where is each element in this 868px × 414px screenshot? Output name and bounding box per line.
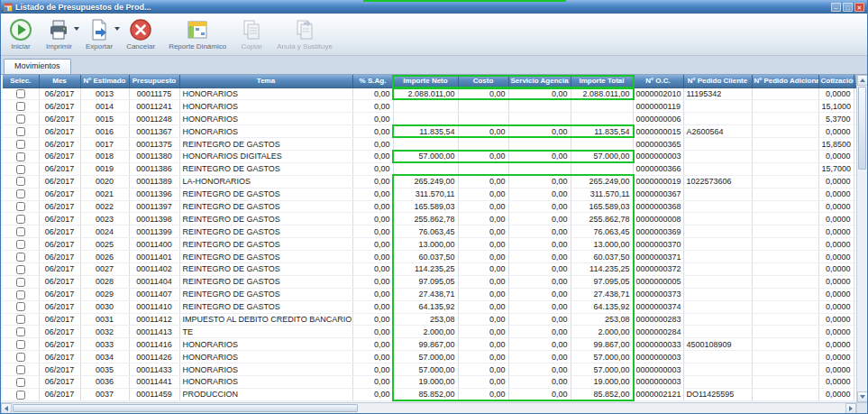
table-row[interactable]: 06/2017001800011380HONORARIOS DIGITALES0… <box>3 150 858 162</box>
table-row[interactable]: 06/2017001400011241HONORARIOS0,000000000… <box>3 100 858 113</box>
select-cell[interactable] <box>3 238 39 251</box>
table-row[interactable]: 06/2017003600011441HONORARIOS0,0019.000,… <box>3 375 858 388</box>
row-checkbox[interactable] <box>16 140 25 149</box>
col-header-importe-total[interactable]: Importe Total <box>571 75 633 87</box>
horizontal-scroll-thumb[interactable] <box>13 404 358 412</box>
select-cell[interactable] <box>3 338 39 351</box>
select-cell[interactable] <box>3 188 39 200</box>
select-cell[interactable] <box>3 213 39 225</box>
table-row[interactable]: 06/2017002600011401REINTEGRO DE GASTOS0,… <box>3 251 858 263</box>
table-row[interactable]: 06/2017001900011386REINTEGRO DE GASTOS0,… <box>3 162 858 175</box>
col-header-pedido-cliente[interactable]: Nº Pedido Cliente <box>683 75 752 87</box>
col-header-presupuesto[interactable]: Presupuesto <box>129 75 179 87</box>
select-cell[interactable] <box>3 162 39 175</box>
table-row[interactable]: 06/2017002700011402REINTEGRO DE GASTOS0,… <box>3 262 858 275</box>
minimize-button[interactable]: – <box>831 3 841 12</box>
close-button[interactable]: ✕ <box>854 3 864 12</box>
select-cell[interactable] <box>3 326 39 338</box>
col-header-oc[interactable]: Nº O.C. <box>633 75 683 87</box>
row-checkbox[interactable] <box>16 302 25 311</box>
table-row[interactable]: 06/2017002900011407REINTEGRO DE GASTOS0,… <box>3 288 858 300</box>
col-header-mes[interactable]: Mes <box>39 75 80 87</box>
dropdown-arrow-icon[interactable] <box>74 27 79 31</box>
col-header-sag[interactable]: % S.Ag. <box>352 75 393 87</box>
row-checkbox[interactable] <box>16 102 25 111</box>
col-header-selec[interactable]: Selec. <box>3 75 39 87</box>
row-checkbox[interactable] <box>16 278 25 287</box>
row-checkbox[interactable] <box>16 177 25 186</box>
table-row[interactable]: 06/2017002100011396REINTEGRO DE GASTOS0,… <box>3 188 858 200</box>
table-row[interactable]: 06/2017003300011416HONORARIOS0,0099.867,… <box>3 338 858 351</box>
select-cell[interactable] <box>3 125 39 138</box>
table-row[interactable]: 06/2017002200011397REINTEGRO DE GASTOS0,… <box>3 200 858 213</box>
scroll-up-button[interactable] <box>857 75 867 86</box>
row-checkbox[interactable] <box>16 353 25 362</box>
select-cell[interactable] <box>3 275 39 288</box>
exportar-button[interactable]: Exportar <box>82 16 116 51</box>
row-checkbox[interactable] <box>16 327 25 336</box>
row-checkbox[interactable] <box>16 315 25 324</box>
col-header-tema[interactable]: Tema <box>179 75 352 87</box>
iniciar-button[interactable]: Iniciar <box>5 16 36 51</box>
select-cell[interactable] <box>3 138 39 151</box>
select-cell[interactable] <box>3 363 39 376</box>
col-header-estimado[interactable]: Nº Estimado <box>80 75 129 87</box>
table-row[interactable]: 06/2017003400011426HONORARIOS0,0057.000,… <box>3 351 858 363</box>
select-cell[interactable] <box>3 288 39 300</box>
table-row[interactable]: 06/2017003500011433HONORARIOS0,0057.000,… <box>3 363 858 376</box>
dropdown-arrow-icon[interactable] <box>114 27 120 31</box>
scroll-right-button[interactable] <box>845 403 856 413</box>
vertical-scroll-thumb[interactable] <box>858 87 866 170</box>
copiar-button[interactable]: Copiar <box>236 16 267 51</box>
row-checkbox[interactable] <box>16 165 25 174</box>
select-cell[interactable] <box>3 225 39 238</box>
table-row[interactable]: 06/2017001600011367HONORARIOS0,0011.835,… <box>3 125 858 138</box>
col-header-servicio-agencia[interactable]: Servicio Agencia <box>508 75 571 87</box>
row-checkbox[interactable] <box>16 290 25 299</box>
select-cell[interactable] <box>3 262 39 275</box>
col-header-pedido-adicional[interactable]: Nº Pedido Adicional <box>752 75 818 87</box>
select-cell[interactable] <box>3 300 39 313</box>
row-checkbox[interactable] <box>16 265 25 274</box>
col-header-importe-neto[interactable]: Importe Neto <box>393 75 458 87</box>
select-cell[interactable] <box>3 200 39 213</box>
row-checkbox[interactable] <box>16 227 25 236</box>
table-row[interactable]: 06/2017003200011413TE0,002.000,000,000,0… <box>3 326 858 338</box>
row-checkbox[interactable] <box>16 215 25 224</box>
table-row[interactable]: 06/2017002300011398REINTEGRO DE GASTOS0,… <box>3 213 858 225</box>
select-cell[interactable] <box>3 175 39 188</box>
row-checkbox[interactable] <box>16 202 25 211</box>
table-row[interactable]: 06/2017001300011175HONORARIOS0,002.088.0… <box>3 87 858 100</box>
select-cell[interactable] <box>3 375 39 388</box>
select-cell[interactable] <box>3 150 39 162</box>
row-checkbox[interactable] <box>16 189 25 198</box>
table-row[interactable]: 06/2017002000011389LA-HONORARIOS0,00265.… <box>3 175 858 188</box>
select-cell[interactable] <box>3 87 39 100</box>
anula-sustituye-button[interactable]: Anula y Sustituye <box>273 16 336 51</box>
scroll-down-button[interactable] <box>857 391 867 402</box>
maximize-button[interactable]: □ <box>843 3 853 12</box>
select-cell[interactable] <box>3 351 39 363</box>
select-cell[interactable] <box>3 113 39 125</box>
row-checkbox[interactable] <box>16 340 25 349</box>
row-checkbox[interactable] <box>16 127 25 136</box>
table-row[interactable]: 06/2017003700011459PRODUCCION0,0085.852,… <box>3 388 858 400</box>
select-cell[interactable] <box>3 313 39 326</box>
tab-movimientos[interactable]: Movimientos <box>4 59 71 74</box>
row-checkbox[interactable] <box>16 365 25 374</box>
reporte-dinamico-button[interactable]: Reporte Dinámico <box>165 16 230 51</box>
vertical-scrollbar[interactable] <box>856 75 867 402</box>
table-row[interactable]: 06/2017002800011404REINTEGRO DE GASTOS0,… <box>3 275 858 288</box>
scroll-left-button[interactable] <box>1 403 12 413</box>
row-checkbox[interactable] <box>16 391 25 400</box>
select-cell[interactable] <box>3 251 39 263</box>
table-row[interactable]: 06/2017002500011400REINTEGRO DE GASTOS0,… <box>3 238 858 251</box>
horizontal-scrollbar[interactable] <box>1 402 856 413</box>
row-checkbox[interactable] <box>16 115 25 124</box>
table-row[interactable]: 06/2017001500011248HONORARIOS0,000000000… <box>3 113 858 125</box>
col-header-cotizacion[interactable]: Cotización <box>818 75 854 87</box>
row-checkbox[interactable] <box>16 253 25 262</box>
imprimir-button[interactable]: Imprimir <box>42 16 76 51</box>
col-header-costo[interactable]: Costo <box>458 75 508 87</box>
table-row[interactable]: 06/2017001700011375REINTEGRO DE GASTOS0,… <box>3 138 858 151</box>
